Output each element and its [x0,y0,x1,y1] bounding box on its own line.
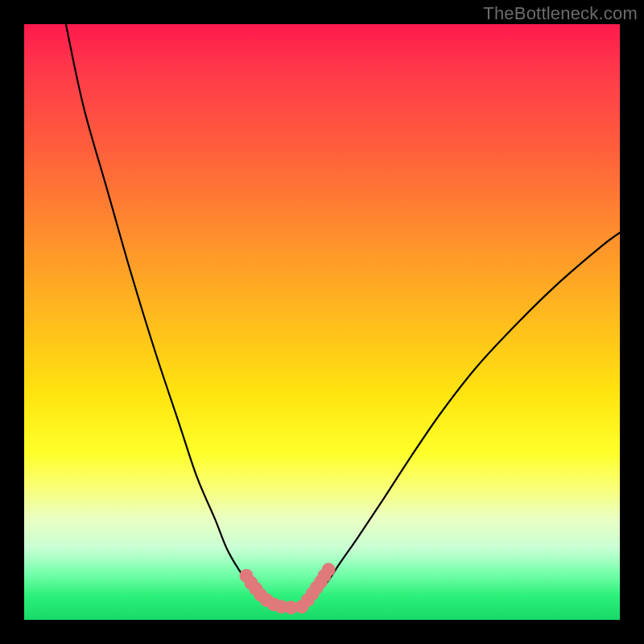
curve-right-branch [304,233,620,605]
watermark-text: TheBottleneck.com [483,3,638,24]
marker-cluster-left [240,569,299,615]
curve-left-branch [66,24,287,608]
chart-svg [24,24,620,620]
chart-frame: TheBottleneck.com [0,0,644,644]
marker-dot [322,563,336,576]
marker-cluster-right [295,563,335,613]
